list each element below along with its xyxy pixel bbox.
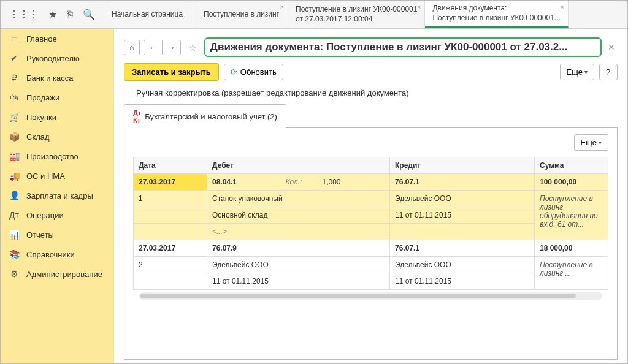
forward-button[interactable]: → (162, 40, 181, 55)
sidebar-item[interactable]: 📚Справочники (1, 245, 113, 264)
tab-accounting[interactable]: ДтКт Бухгалтерский и налоговый учет (2) (124, 104, 286, 128)
sidebar-icon: 📚 (9, 249, 19, 259)
home-button[interactable]: ⌂ (124, 40, 140, 55)
title-tabs: Начальная страницаПоступление в лизинг×П… (104, 1, 627, 28)
favorite-icon[interactable]: ☆ (185, 42, 201, 53)
sidebar-item[interactable]: 📦Склад (1, 127, 113, 146)
manual-correction-label: Ручная корректировка (разрешает редактир… (136, 88, 409, 97)
accounting-grid: Дата Дебет Кредит Сумма 27.03.201708.04.… (133, 157, 608, 290)
sidebar-item[interactable]: 🚚ОС и НМА (1, 166, 113, 186)
more-button[interactable]: Еще ▾ (560, 64, 594, 80)
sidebar-icon: 👤 (9, 191, 19, 200)
title-tab[interactable]: Поступление в лизинг УК00-000001от 27.03… (288, 1, 425, 28)
sidebar: ≡Главное✔Руководителю₽Банк и касса🛍Прода… (1, 29, 114, 364)
manual-correction-checkbox[interactable] (124, 89, 132, 97)
sidebar-icon: 🚚 (9, 171, 19, 181)
refresh-button[interactable]: ⟳ Обновить (224, 64, 283, 80)
sidebar-label: Справочники (26, 250, 75, 259)
sidebar-icon: ≡ (9, 34, 19, 44)
sidebar-icon: ₽ (9, 73, 19, 83)
sidebar-label: Производство (26, 152, 78, 161)
sidebar-label: Руководителю (26, 54, 80, 63)
col-date[interactable]: Дата (134, 157, 207, 174)
sidebar-item[interactable]: 🛒Покупки (1, 107, 113, 127)
sidebar-label: Склад (26, 132, 50, 142)
chevron-down-icon: ▾ (599, 139, 602, 146)
sidebar-icon: 📦 (9, 132, 19, 142)
sidebar-item[interactable]: 📊Отчеты (1, 225, 113, 245)
close-icon[interactable]: ✕ (605, 42, 618, 52)
sidebar-label: Операции (26, 211, 64, 220)
title-tab[interactable]: Начальная страница (104, 1, 196, 28)
title-bar: ⋮⋮⋮ ★ ⎘ 🔍 Начальная страницаПоступление … (1, 1, 627, 29)
sidebar-item[interactable]: 🏭Производство (1, 146, 113, 166)
col-sum[interactable]: Сумма (535, 157, 608, 174)
tab-close-icon[interactable]: × (280, 3, 284, 10)
help-button[interactable]: ? (599, 64, 618, 80)
sidebar-item[interactable]: ₽Банк и касса (1, 68, 113, 88)
apps-icon[interactable]: ⋮⋮⋮ (9, 9, 39, 20)
sidebar-label: ОС и НМА (26, 172, 65, 181)
grid-more-button[interactable]: Еще ▾ (574, 134, 608, 151)
grid-panel: Еще ▾ Дата Дебет Кредит Сумма (124, 127, 618, 360)
dtkt-icon: ДтКт (133, 109, 141, 124)
sidebar-item[interactable]: 🛍Продажи (1, 88, 113, 107)
sidebar-label: Зарплата и кадры (26, 191, 93, 200)
sidebar-label: Администрирование (26, 270, 102, 279)
search-icon[interactable]: 🔍 (83, 9, 95, 20)
refresh-icon: ⟳ (231, 67, 237, 77)
sidebar-label: Отчеты (26, 230, 54, 240)
sidebar-icon: ⚙ (9, 269, 19, 279)
sidebar-icon: 📊 (9, 230, 19, 240)
table-row[interactable]: 27.03.201776.07.976.07.118 000,00 (134, 240, 608, 257)
sidebar-item[interactable]: ✔Руководителю (1, 48, 113, 68)
back-button[interactable]: ← (144, 40, 162, 55)
sidebar-icon: 🛒 (9, 112, 19, 122)
sidebar-label: Главное (26, 34, 57, 44)
sidebar-icon: ✔ (9, 53, 19, 63)
col-credit[interactable]: Кредит (390, 157, 535, 174)
sidebar-icon: Дт (9, 210, 19, 220)
horizontal-scrollbar[interactable] (139, 292, 602, 300)
sidebar-item[interactable]: ДтОперации (1, 205, 113, 225)
sidebar-item[interactable]: 👤Зарплата и кадры (1, 186, 113, 205)
tab-close-icon[interactable]: × (417, 3, 421, 10)
star-icon[interactable]: ★ (48, 9, 57, 20)
save-close-button[interactable]: Записать и закрыть (124, 63, 219, 81)
tab-close-icon[interactable]: × (560, 3, 564, 10)
title-tab[interactable]: Движения документа:Поступление в лизинг … (425, 1, 568, 28)
chevron-down-icon: ▾ (584, 69, 588, 75)
content: ⌂ ← → ☆ Движения документа: Поступление … (114, 29, 627, 364)
sidebar-item[interactable]: ⚙Администрирование (1, 264, 113, 284)
table-row[interactable]: 2Эдельвейс ОООЭдельвейс ОООПоступление в… (134, 257, 608, 273)
sidebar-icon: 🏭 (9, 151, 19, 161)
document-title: Движения документа: Поступление в лизинг… (204, 37, 602, 57)
table-row[interactable]: 1Станок упаковочныйЭдельвейс ОООПоступле… (134, 191, 608, 207)
sidebar-icon: 🛍 (9, 93, 19, 102)
title-tools: ⋮⋮⋮ ★ ⎘ 🔍 (1, 1, 104, 28)
clipboard-icon[interactable]: ⎘ (67, 9, 73, 20)
sidebar-label: Покупки (26, 113, 56, 122)
table-row[interactable]: 27.03.201708.04.1Кол.:1,00076.07.1100 00… (134, 174, 608, 191)
sidebar-label: Продажи (26, 93, 59, 102)
sidebar-label: Банк и касса (26, 74, 74, 83)
sidebar-item[interactable]: ≡Главное (1, 29, 113, 48)
title-tab[interactable]: Поступление в лизинг× (196, 1, 288, 28)
col-debit[interactable]: Дебет (207, 157, 390, 174)
